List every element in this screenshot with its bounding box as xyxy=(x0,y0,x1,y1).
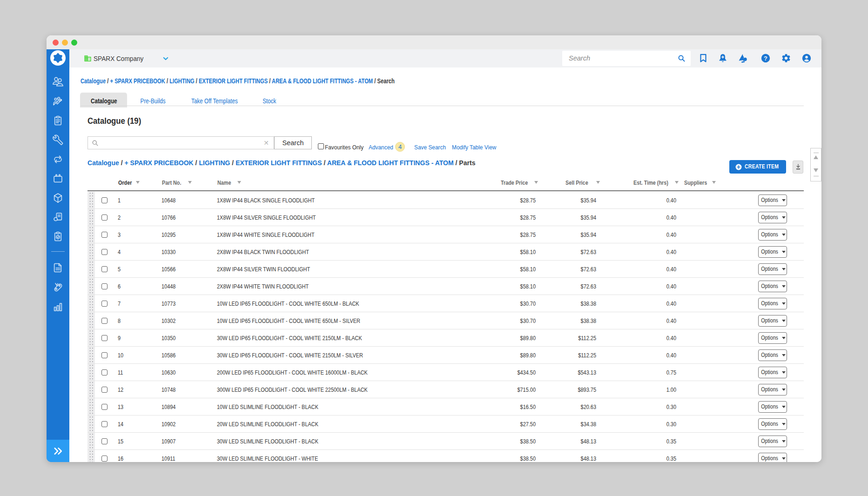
svg-text:?: ? xyxy=(764,55,767,62)
